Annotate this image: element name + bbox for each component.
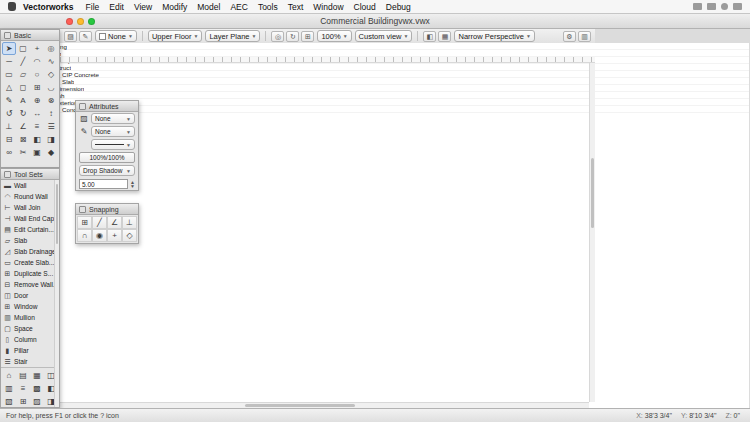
basic-tool-icon[interactable]: ↕ <box>44 107 58 120</box>
menu-item[interactable]: Debug <box>381 2 416 12</box>
tool-sets-item[interactable]: ⊢ Wall Join <box>1 202 59 213</box>
tool-set-category-icon[interactable]: ▨ <box>30 395 44 408</box>
tool-set-category-icon[interactable]: ▥ <box>2 382 16 395</box>
menu-item[interactable]: File <box>81 2 105 12</box>
tool-sets-item[interactable]: ◿ Slab Drainage <box>1 246 59 257</box>
line-weight-dropdown[interactable]: ▼ <box>91 139 135 150</box>
opacity-button[interactable]: 100%/100% <box>79 152 135 163</box>
basic-tool-icon[interactable]: ∠ <box>16 120 30 133</box>
attribute-tool-icon[interactable]: ▨ <box>64 31 77 42</box>
tool-sets-item[interactable]: ⊟ Remove Wall... <box>1 279 59 290</box>
fill-style-dropdown[interactable]: None▼ <box>91 113 135 124</box>
tool-sets-item[interactable]: ▱ Slab <box>1 235 59 246</box>
basic-tool-icon[interactable]: ↻ <box>16 107 30 120</box>
tool-sets-item[interactable]: ⊞ Window <box>1 301 59 312</box>
basic-tool-icon[interactable]: ⊗ <box>44 94 58 107</box>
basic-tool-icon[interactable]: ⊥ <box>2 120 16 133</box>
basic-tool-icon[interactable]: ∿ <box>44 55 58 68</box>
basic-tool-icon[interactable]: A <box>16 94 30 107</box>
snap-mode-icon[interactable]: ◇ <box>122 229 137 242</box>
basic-tool-icon[interactable]: ▭ <box>2 68 16 81</box>
basic-tool-icon[interactable]: ✎ <box>2 94 16 107</box>
tool-sets-item[interactable]: ▬ Wall <box>1 180 59 191</box>
basic-tool-icon[interactable]: ▢ <box>16 42 30 55</box>
tool-set-category-icon[interactable]: ▤ <box>16 369 30 382</box>
palette-header[interactable]: Attributes <box>76 101 138 112</box>
basic-tool-icon[interactable]: ◇ <box>44 68 58 81</box>
menu-item[interactable]: Text <box>283 2 309 12</box>
basic-tool-icon[interactable]: △ <box>2 81 16 94</box>
wifi-icon[interactable] <box>693 3 702 10</box>
basic-tool-icon[interactable]: ◎ <box>44 42 58 55</box>
basic-tool-icon[interactable]: ─ <box>2 55 16 68</box>
snap-mode-icon[interactable]: ∩ <box>77 229 92 242</box>
tool-sets-scrollbar[interactable] <box>54 180 59 407</box>
snap-mode-icon[interactable]: + <box>107 229 122 242</box>
fill-bucket-icon[interactable]: ▨ <box>79 114 89 123</box>
tool-sets-item[interactable]: ▯ Column <box>1 334 59 345</box>
projection-dropdown[interactable]: Narrow Perspective▼ <box>454 30 534 42</box>
working-plane-dropdown[interactable]: Layer Plane▼ <box>205 30 260 42</box>
snap-mode-icon[interactable]: ⊥ <box>122 216 137 229</box>
scrollbar-thumb[interactable] <box>245 404 355 407</box>
render-mode-icon[interactable]: ◧ <box>423 31 436 42</box>
toolbar-settings-icon[interactable]: ⚙ <box>563 31 576 42</box>
pen-style-dropdown[interactable]: None▼ <box>91 126 135 137</box>
app-menu[interactable]: Vectorworks <box>23 2 74 12</box>
tool-set-category-icon[interactable]: ▧ <box>2 395 16 408</box>
shadow-offset-input[interactable]: 5.00 <box>79 179 128 189</box>
palette-header[interactable]: Snapping <box>76 204 138 215</box>
view-tool-icon[interactable]: ↻ <box>286 31 299 42</box>
apple-menu-icon[interactable] <box>8 2 16 11</box>
basic-tool-icon[interactable]: ≡ <box>30 120 44 133</box>
basic-tool-icon[interactable]: ╱ <box>16 55 30 68</box>
snap-mode-icon[interactable]: ◉ <box>92 229 107 242</box>
menu-item[interactable]: Tools <box>253 2 283 12</box>
menu-item[interactable]: Model <box>192 2 225 12</box>
tool-sets-item[interactable]: ☰ Stair <box>1 356 59 367</box>
basic-tool-icon[interactable]: ◠ <box>30 55 44 68</box>
tool-set-category-icon[interactable]: ⊞ <box>16 395 30 408</box>
close-icon[interactable] <box>79 103 86 110</box>
basic-tool-icon[interactable]: ◻ <box>16 81 30 94</box>
tool-sets-item[interactable]: ⊞ Duplicate S... <box>1 268 59 279</box>
tool-sets-item[interactable]: ⊣ Wall End Cap <box>1 213 59 224</box>
basic-tool-icon[interactable]: ▣ <box>30 146 44 159</box>
basic-tool-icon[interactable]: ◨ <box>44 133 58 146</box>
tool-sets-item[interactable]: ▮ Pillar <box>1 345 59 356</box>
basic-tool-icon[interactable]: ⊠ <box>16 133 30 146</box>
close-icon[interactable] <box>4 32 11 39</box>
close-icon[interactable] <box>79 206 86 213</box>
snap-mode-icon[interactable]: ∠ <box>107 216 122 229</box>
active-layer-dropdown[interactable]: Upper Floor▼ <box>148 30 203 42</box>
scrollbar-thumb[interactable] <box>591 158 594 228</box>
basic-tool-icon[interactable]: ◡ <box>44 81 58 94</box>
tool-set-category-icon[interactable]: ≡ <box>16 382 30 395</box>
view-tool-icon[interactable]: ⊞ <box>301 31 314 42</box>
menu-item[interactable]: AEC <box>225 2 252 12</box>
snap-mode-icon[interactable]: ╱ <box>92 216 107 229</box>
pen-icon[interactable]: ✎ <box>79 127 89 136</box>
tool-sets-item[interactable]: ▢ Space <box>1 323 59 334</box>
canvas-vertical-scrollbar[interactable] <box>589 63 595 402</box>
tool-sets-item[interactable]: ▤ Edit Curtain... <box>1 224 59 235</box>
drop-shadow-dropdown[interactable]: Drop Shadow▼ <box>79 165 135 176</box>
tool-set-category-icon[interactable]: ▦ <box>30 369 44 382</box>
tool-set-category-icon[interactable]: ⌂ <box>2 369 16 382</box>
tool-sets-item[interactable]: ▥ Mullion <box>1 312 59 323</box>
attribute-tool-icon[interactable]: ✎ <box>79 31 92 42</box>
clock-icon[interactable] <box>721 3 728 10</box>
menu-item[interactable]: Cloud <box>349 2 381 12</box>
tool-sets-item[interactable]: ▭ Create Slab... <box>1 257 59 268</box>
basic-tool-icon[interactable]: ∞ <box>2 146 16 159</box>
basic-tool-icon[interactable]: ○ <box>30 68 44 81</box>
basic-tool-icon[interactable]: ↔ <box>30 107 44 120</box>
battery-icon[interactable] <box>707 3 716 10</box>
menu-item[interactable]: View <box>129 2 157 12</box>
basic-tool-icon[interactable]: + <box>30 42 44 55</box>
saved-view-dropdown[interactable]: Custom view▼ <box>355 30 413 42</box>
menu-item[interactable]: Edit <box>104 2 129 12</box>
basic-tool-icon[interactable]: ↺ <box>2 107 16 120</box>
zoom-dropdown[interactable]: 100%▼ <box>317 30 351 42</box>
basic-tool-icon[interactable]: ⊟ <box>2 133 16 146</box>
